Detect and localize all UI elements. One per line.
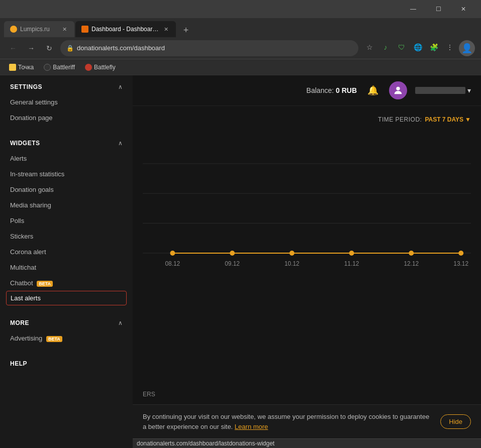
settings-section-header: SETTINGS ∧ [0,75,133,94]
star-icon[interactable]: ☆ [362,40,376,54]
tab-close-lumpics[interactable]: ✕ [60,25,68,33]
svg-text:11.12: 11.12 [344,260,359,267]
time-period-chevron-icon: ▼ [465,116,471,123]
shield-icon[interactable]: 🛡 [395,40,409,54]
bell-icon[interactable]: 🔔 [365,82,381,98]
time-period-label: TIME PERIOD: [378,116,422,123]
sidebar-item-donation-page[interactable]: Donation page [0,110,133,126]
url-status-bar: donationalerts.com/dashboard/lastdonatio… [133,438,481,448]
hide-button[interactable]: Hide [440,414,471,429]
chart-area: TIME PERIOD: PAST 7 DAYS ▼ [133,106,481,448]
svg-point-0 [396,87,400,90]
more-chevron-icon: ∧ [118,319,123,326]
username-display[interactable]: ▾ [415,86,471,94]
balance-value: 0 RUB [336,86,357,94]
tab-dashboard[interactable]: Dashboard - Dashboard – Donat ✕ [75,21,176,37]
tab-title-lumpics: Lumpics.ru [20,26,57,33]
tab-bar: Lumpics.ru ✕ Dashboard - Dashboard – Don… [0,18,481,37]
tab-favicon-dashboard [81,26,88,33]
bookmark-icon-battlefly [85,64,92,71]
svg-text:13.12: 13.12 [453,260,468,267]
svg-text:09.12: 09.12 [225,260,240,267]
help-section-title: HELP [10,360,27,367]
tab-favicon-lumpics [10,26,17,33]
reload-button[interactable]: ↻ [42,41,56,55]
bookmark-label-battleriff: Battleriff [53,64,75,71]
help-section-header: HELP [0,352,133,371]
chart-bottom-label: ERS [143,391,155,398]
lock-icon: 🔒 [66,45,74,52]
widgets-chevron-icon: ∧ [118,140,123,147]
settings-chevron-icon: ∧ [118,83,123,90]
tab-title-dashboard: Dashboard - Dashboard – Donat [91,26,159,33]
maximize-button[interactable]: ☐ [427,2,450,16]
sidebar-item-last-alerts[interactable]: Last alerts [6,291,127,305]
sidebar-item-in-stream-statistics[interactable]: In-stream statistics [0,166,133,182]
username-text [415,87,465,94]
url-bar[interactable]: 🔒 donationalerts.com/dashboard [60,40,358,56]
bookmark-icon-tochka [9,64,16,71]
sidebar-item-polls[interactable]: Polls [0,213,133,229]
svg-text:08.12: 08.12 [165,260,180,267]
more-section-title: MORE [10,319,29,326]
window-controls: — ☐ ✕ [402,2,475,16]
back-button[interactable]: ← [6,41,20,55]
bookmark-label-battlefly: Battlefly [94,64,116,71]
user-avatar[interactable] [389,81,407,99]
bookmarks-bar: Точка Battleriff Battlefly [0,59,481,75]
svg-point-8 [290,251,295,256]
chatbot-beta-badge: BETA [37,281,53,287]
svg-point-6 [170,251,175,256]
settings-section-title: SETTINGS [10,83,42,90]
sidebar-item-general-settings[interactable]: General settings [0,94,133,110]
sidebar: SETTINGS ∧ General settings Donation pag… [0,75,133,448]
sidebar-item-donation-goals[interactable]: Donation goals [0,182,133,197]
close-button[interactable]: ✕ [452,2,475,16]
main-layout: SETTINGS ∧ General settings Donation pag… [0,75,481,448]
sidebar-item-media-sharing[interactable]: Media sharing [0,197,133,213]
bookmark-tochka[interactable]: Точка [6,63,37,72]
bookmark-battleriff[interactable]: Battleriff [41,63,78,72]
time-period-value[interactable]: PAST 7 DAYS ▼ [425,116,471,123]
new-tab-button[interactable]: + [179,23,193,37]
balance-label: Balance: [307,86,334,94]
address-actions: ☆ ♪ 🛡 🌐 🧩 ⋮ 👤 [362,40,475,56]
bookmark-battlefly[interactable]: Battlefly [82,63,119,72]
time-period-row: TIME PERIOD: PAST 7 DAYS ▼ [143,116,471,123]
svg-text:12.12: 12.12 [404,260,419,267]
sidebar-item-stickers[interactable]: Stickers [0,229,133,244]
address-bar: ← → ↻ 🔒 donationalerts.com/dashboard ☆ ♪… [0,37,481,59]
more-section-header: MORE ∧ [0,311,133,330]
status-bar: By continuing your visit on our website,… [133,404,481,448]
username-chevron-icon: ▾ [467,86,471,94]
svg-point-11 [458,251,463,256]
svg-rect-1 [143,134,471,273]
music-icon[interactable]: ♪ [378,40,393,54]
menu-icon[interactable]: ⋮ [443,40,457,54]
main-content: Balance: 0 RUB 🔔 ▾ TIME PERIOD: PAST 7 D… [133,75,481,448]
svg-point-9 [349,251,354,256]
widgets-section-title: WIDGETS [10,140,40,147]
sidebar-item-corona-alert[interactable]: Corona alert [0,244,133,260]
balance-display: Balance: 0 RUB [307,86,357,94]
globe-icon[interactable]: 🌐 [411,40,425,54]
learn-more-link[interactable]: Learn more [235,423,268,430]
bookmark-icon-battleriff [44,64,51,71]
url-text: donationalerts.com/dashboard [77,44,352,52]
widgets-section-header: WIDGETS ∧ [0,132,133,151]
forward-button[interactable]: → [24,41,38,55]
tab-close-dashboard[interactable]: ✕ [162,25,170,33]
sidebar-item-alerts[interactable]: Alerts [0,151,133,166]
sidebar-item-multichat[interactable]: Multichat [0,260,133,275]
svg-text:10.12: 10.12 [284,260,300,267]
minimize-button[interactable]: — [402,2,425,16]
title-bar: — ☐ ✕ [0,0,481,18]
cookie-bar: By continuing your visit on our website,… [133,404,481,438]
chart-svg: 08.12 09.12 10.12 11.12 12.12 13.12 [143,133,471,274]
puzzle-icon[interactable]: 🧩 [427,40,441,54]
user-avatar-browser[interactable]: 👤 [459,40,475,56]
sidebar-item-chatbot[interactable]: Chatbot BETA [0,275,133,291]
bookmark-label-tochka: Точка [18,64,34,71]
sidebar-item-advertising[interactable]: Advertising BETA [0,330,133,346]
tab-lumpics[interactable]: Lumpics.ru ✕ [4,21,74,37]
